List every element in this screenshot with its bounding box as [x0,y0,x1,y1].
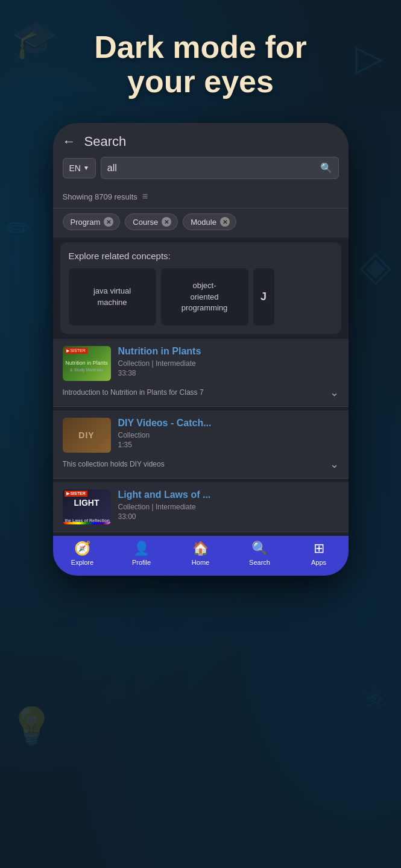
result-duration-2: 1:35 [118,441,339,449]
search-input-wrapper[interactable]: all 🔍 [101,157,339,179]
result-title-1: Nutrition in Plants [118,346,339,357]
chip-course[interactable]: Course ✕ [125,213,178,230]
chip-module-remove[interactable]: ✕ [220,217,230,227]
explore-icon: 🧭 [74,541,90,556]
result-item-3[interactable]: ▶ SISTER LIGHT the Laws of Reflection Li… [53,482,349,532]
nav-label-home: Home [192,559,209,566]
hero-title: Dark mode for your eyes [70,30,331,99]
result-top-2: DIY DIY Videos - Catch... Collection 1:3… [63,418,339,453]
nav-item-home[interactable]: 🏠 Home [183,541,219,566]
nav-label-search: Search [249,559,270,566]
profile-icon: 👤 [133,541,150,556]
expand-button-2[interactable]: ⌄ [330,458,339,471]
bg-decor-atom: ⚛ [362,682,389,717]
result-info-1: Nutrition in Plants Collection | Interme… [118,346,339,377]
thumb-nutrition: ▶ SISTER Nutrition in Plants& Study Mate… [63,346,111,381]
bottom-nav: 🧭 Explore 👤 Profile 🏠 Home 🔍 Search ⊞ Ap… [53,536,349,576]
concept-oop-label: object- oriented programming [182,280,228,313]
result-desc-row-1: Introduction to Nutrition in Plants for … [63,386,339,399]
thumb-light: ▶ SISTER LIGHT the Laws of Reflection [63,489,111,524]
result-info-3: Light and Laws of ... Collection | Inter… [118,489,339,521]
bg-decor-pencil: ✏ [6,211,31,246]
search-nav-icon: 🔍 [251,541,268,556]
search-input[interactable]: all [107,163,320,174]
apps-icon: ⊞ [314,541,324,556]
home-icon: 🏠 [192,541,209,556]
results-row: Showing 8709 results ≡ [53,186,349,209]
language-selector[interactable]: EN ▼ [63,158,96,178]
result-top-3: ▶ SISTER LIGHT the Laws of Reflection Li… [63,489,339,524]
result-desc-2: This collection holds DIY videos [63,460,325,468]
concept-jvm-label: java virtual machine [93,286,131,307]
nav-item-search[interactable]: 🔍 Search [242,541,278,566]
concept-card-jvm[interactable]: java virtual machine [69,268,156,326]
result-title-3: Light and Laws of ... [118,489,339,500]
bg-decor-shape: ◈ [359,241,392,291]
chip-program-label: Program [71,218,101,227]
search-bar-row: EN ▼ all 🔍 [53,157,349,186]
results-count: Showing 8709 results [63,192,137,201]
nav-item-apps[interactable]: ⊞ Apps [301,541,337,566]
result-desc-1: Introduction to Nutrition in Plants for … [63,388,325,397]
search-header: ← Search [53,123,349,157]
concepts-row: java virtual machine object- oriented pr… [69,268,333,326]
phone-frame: ← Search EN ▼ all 🔍 Showing 8709 results… [53,123,349,576]
chip-program[interactable]: Program ✕ [63,213,121,230]
chip-module[interactable]: Module ✕ [183,213,236,230]
explore-section: Explore related concepts: java virtual m… [60,242,341,334]
thumb-diy: DIY [63,418,111,453]
result-meta-3: Collection | Intermediate [118,503,339,511]
result-duration-1: 33:38 [118,369,339,377]
search-icon: 🔍 [320,162,332,174]
concept-card-partial[interactable]: J [253,268,274,326]
result-meta-2: Collection [118,431,339,439]
result-thumb-1: ▶ SISTER Nutrition in Plants& Study Mate… [63,346,111,381]
concept-card-oop[interactable]: object- oriented programming [161,268,248,326]
chip-course-label: Course [133,218,158,227]
nav-label-apps: Apps [311,559,326,566]
search-header-title: Search [84,134,127,149]
explore-title: Explore related concepts: [69,251,333,261]
concept-partial-label: J [260,289,267,304]
chip-module-label: Module [191,218,216,227]
result-desc-row-2: This collection holds DIY videos ⌄ [63,458,339,471]
result-info-2: DIY Videos - Catch... Collection 1:35 [118,418,339,449]
filter-icon[interactable]: ≡ [142,191,148,202]
bg-decor-bulb: 💡 [9,705,54,747]
nav-label-profile: Profile [132,559,151,566]
nav-item-profile[interactable]: 👤 Profile [124,541,160,566]
chips-row: Program ✕ Course ✕ Module ✕ [53,209,349,237]
nav-item-explore[interactable]: 🧭 Explore [65,541,101,566]
result-title-2: DIY Videos - Catch... [118,418,339,429]
result-thumb-3: ▶ SISTER LIGHT the Laws of Reflection [63,489,111,524]
expand-button-1[interactable]: ⌄ [330,386,339,399]
result-item-1[interactable]: ▶ SISTER Nutrition in Plants& Study Mate… [53,339,349,407]
nav-label-explore: Explore [71,559,93,566]
bg-decor-mortarboard: 🎓 [12,18,57,61]
result-item-2[interactable]: DIY DIY Videos - Catch... Collection 1:3… [53,410,349,479]
chevron-down-icon: ▼ [83,165,89,171]
chip-program-remove[interactable]: ✕ [104,217,113,227]
result-thumb-2: DIY [63,418,111,453]
lang-label: EN [69,163,81,173]
bg-decor-triangle: ▷ [355,36,383,78]
result-top-1: ▶ SISTER Nutrition in Plants& Study Mate… [63,346,339,381]
result-meta-1: Collection | Intermediate [118,359,339,368]
back-button[interactable]: ← [63,134,76,149]
result-duration-3: 33:00 [118,512,339,521]
chip-course-remove[interactable]: ✕ [162,217,171,227]
